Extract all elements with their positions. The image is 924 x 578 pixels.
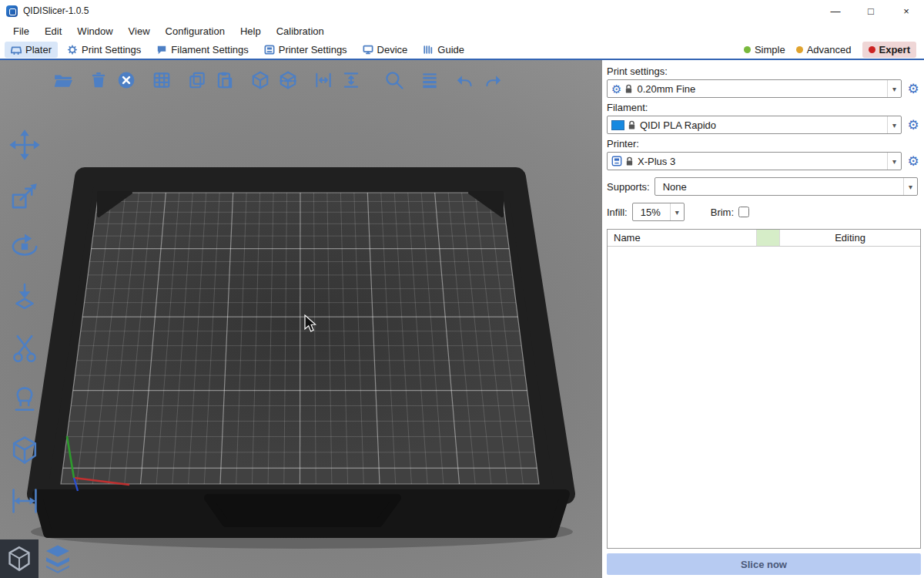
delete-button[interactable] <box>85 66 112 94</box>
mode-expert[interactable]: Expert <box>862 42 916 58</box>
support-paint-tool-button[interactable] <box>6 381 43 418</box>
mode-advanced[interactable]: Advanced <box>796 44 852 55</box>
menu-help[interactable]: Help <box>233 23 268 39</box>
infill-value: 15% <box>637 207 670 218</box>
app-icon <box>6 5 18 17</box>
print-settings-label: Print settings: <box>607 66 921 77</box>
tab-printer-settings[interactable]: Printer Settings <box>258 42 353 58</box>
distribute-vertical-icon <box>341 70 361 90</box>
menubar: File Edit Window View Configuration Help… <box>0 22 924 40</box>
filament-gear-button[interactable]: ⚙ <box>906 116 921 133</box>
rotate-tool-button[interactable] <box>6 228 43 265</box>
split-to-parts-button[interactable] <box>274 66 302 94</box>
tab-filament-settings[interactable]: Filament Settings <box>150 42 254 58</box>
infill-label: Infill: <box>607 207 628 218</box>
support-paint-icon <box>8 383 41 415</box>
maximize-button[interactable]: □ <box>853 0 889 22</box>
print-settings-combo[interactable]: ⚙ 0.20mm Fine ▾ <box>607 79 902 98</box>
rotate-icon <box>8 230 41 263</box>
open-file-button[interactable] <box>49 66 77 94</box>
menu-view[interactable]: View <box>122 23 157 39</box>
lock-icon <box>625 156 634 166</box>
supports-row: Supports: None ▾ <box>607 177 921 196</box>
menu-file[interactable]: File <box>6 23 36 39</box>
tab-device[interactable]: Device <box>357 42 414 58</box>
chevron-down-icon[interactable]: ▾ <box>887 80 901 97</box>
filament-combo[interactable]: QIDI PLA Rapido ▾ <box>607 116 902 134</box>
tab-print-settings[interactable]: Print Settings <box>61 42 147 58</box>
filament-color-swatch <box>611 120 624 130</box>
titlebar: QIDISlicer-1.0.5 — □ × <box>0 0 924 22</box>
guide-icon <box>423 45 434 55</box>
menu-configuration[interactable]: Configuration <box>159 23 232 39</box>
printer-settings-icon <box>264 45 275 55</box>
delete-all-button[interactable] <box>112 66 140 94</box>
supports-combo[interactable]: None ▾ <box>654 177 918 196</box>
variable-layer-height-button[interactable] <box>416 66 444 94</box>
editor-view-button[interactable] <box>0 539 38 578</box>
undo-button[interactable] <box>451 66 479 94</box>
slice-now-button[interactable]: Slice now <box>607 553 921 575</box>
mouse-cursor <box>302 314 319 334</box>
advanced-dot-icon <box>796 46 803 53</box>
spacing-tool-button[interactable] <box>6 482 43 519</box>
split-objects-cube-icon <box>250 70 270 90</box>
distribute-vertical-button[interactable] <box>337 66 365 94</box>
chevron-down-icon[interactable]: ▾ <box>903 178 917 195</box>
copy-icon <box>187 70 207 90</box>
print-bed[interactable] <box>0 60 602 578</box>
move-tool-button[interactable] <box>6 126 43 163</box>
plater-icon <box>11 45 22 55</box>
object-list-body[interactable] <box>608 247 920 548</box>
infill-brim-row: Infill: 15% ▾ Brim: <box>607 203 921 221</box>
flatten-icon <box>8 281 41 314</box>
simple-dot-icon <box>744 46 751 53</box>
infill-combo[interactable]: 15% ▾ <box>632 203 685 221</box>
split-to-objects-button[interactable] <box>246 66 274 94</box>
mode-simple[interactable]: Simple <box>744 44 785 55</box>
viewport-3d[interactable] <box>0 60 602 578</box>
place-on-face-tool-button[interactable] <box>6 279 43 316</box>
chevron-down-icon[interactable]: ▾ <box>670 203 684 220</box>
menu-calibration[interactable]: Calibration <box>270 23 331 39</box>
redo-button[interactable] <box>479 66 507 94</box>
menu-window[interactable]: Window <box>70 23 119 39</box>
cut-tool-button[interactable] <box>6 330 43 367</box>
print-profile-icon: ⚙ <box>611 83 621 95</box>
scale-icon <box>8 180 41 212</box>
scale-tool-button[interactable] <box>6 177 43 214</box>
distribute-horizontal-button[interactable] <box>310 66 337 94</box>
tab-plater[interactable]: Plater <box>5 42 58 58</box>
menu-edit[interactable]: Edit <box>38 23 69 39</box>
editing-column-header[interactable]: Editing <box>780 230 920 246</box>
redo-icon <box>482 70 504 90</box>
search-button[interactable] <box>380 66 408 94</box>
name-column-header[interactable]: Name <box>608 230 757 246</box>
distribute-horizontal-icon <box>313 70 333 90</box>
print-settings-value: 0.20mm Fine <box>633 83 887 95</box>
measure-cube-icon <box>8 434 41 466</box>
measure-tool-button[interactable] <box>6 432 43 469</box>
close-button[interactable]: × <box>889 0 924 22</box>
minimize-button[interactable]: — <box>818 0 853 22</box>
printer-label: Printer: <box>607 138 921 150</box>
paste-button[interactable] <box>211 66 239 94</box>
copy-button[interactable] <box>183 66 211 94</box>
filament-value: QIDI PLA Rapido <box>636 119 887 131</box>
tab-guide[interactable]: Guide <box>417 42 470 58</box>
printer-combo[interactable]: X-Plus 3 ▾ <box>607 152 902 170</box>
scissors-icon <box>8 332 41 365</box>
supports-value: None <box>659 181 903 193</box>
printer-gear-button[interactable]: ⚙ <box>906 153 921 170</box>
extruder-column-header[interactable] <box>757 230 780 246</box>
filament-label: Filament: <box>607 102 921 113</box>
arrange-grid-icon <box>152 70 172 90</box>
chevron-down-icon[interactable]: ▾ <box>887 153 901 170</box>
brim-checkbox[interactable] <box>738 207 749 217</box>
move-icon <box>8 129 41 161</box>
chevron-down-icon[interactable]: ▾ <box>887 116 901 133</box>
window-controls: — □ × <box>818 0 924 22</box>
print-settings-gear-button[interactable]: ⚙ <box>906 80 921 97</box>
preview-view-button[interactable] <box>38 539 77 578</box>
arrange-button[interactable] <box>148 66 176 94</box>
